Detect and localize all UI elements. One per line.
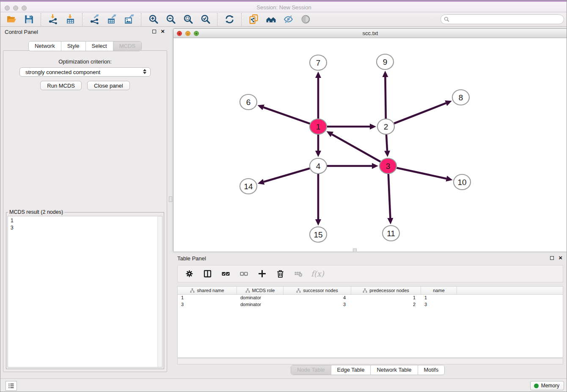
search-input[interactable] (440, 14, 564, 24)
apply-layout-button[interactable] (222, 13, 237, 26)
float-panel-icon[interactable] (152, 30, 156, 33)
graph-edge-3-1[interactable] (327, 131, 381, 162)
delete-columns-button[interactable] (275, 268, 286, 279)
graph-edge-3-10[interactable] (396, 168, 452, 181)
deselect-all-button[interactable] (238, 268, 249, 279)
column-header-shared-name[interactable]: shared name (178, 287, 237, 294)
network-window-titlebar[interactable]: × − + scc.txt (173, 29, 567, 38)
houses-icon (266, 14, 276, 25)
cell-name[interactable]: 3 (421, 301, 457, 308)
zoom-out-button[interactable] (163, 13, 178, 26)
cell-mcds-role[interactable]: dominator (237, 295, 284, 301)
graph-edge-4-3[interactable] (327, 163, 378, 169)
cell-shared-name[interactable]: 1 (178, 295, 237, 301)
create-column-button[interactable] (256, 268, 267, 279)
graph-node-4[interactable]: 4 (310, 158, 327, 174)
column-header-predecessor-nodes[interactable]: predecessor nodes (351, 287, 421, 294)
tab-network[interactable]: Network (29, 41, 61, 51)
mcds-result-text[interactable]: 1 3 (8, 216, 162, 367)
select-all-button[interactable] (220, 268, 231, 279)
network-from-selection-button[interactable] (246, 13, 261, 26)
svg-text:9: 9 (383, 58, 388, 66)
show-columns-button[interactable] (202, 268, 213, 279)
cell-predecessor-nodes[interactable]: 1 (351, 295, 421, 301)
export-table-button[interactable] (104, 13, 119, 26)
tab-edge-table[interactable]: Edge Table (331, 365, 371, 375)
graph-node-15[interactable]: 15 (310, 227, 327, 242)
column-header-successor-nodes[interactable]: successor nodes (284, 287, 351, 294)
graph-edge-2-8[interactable] (394, 100, 452, 123)
horizontal-splitter-handle[interactable] (353, 248, 357, 251)
zoom-in-button[interactable] (146, 13, 161, 26)
cell-successor-nodes[interactable]: 4 (284, 295, 351, 301)
mcds-result-box: MCDS result (2 nodes) 1 3 (6, 209, 164, 369)
save-session-button[interactable] (21, 13, 36, 26)
export-image-button[interactable] (121, 13, 137, 26)
zoom-selected-button[interactable] (198, 13, 213, 26)
tab-motifs[interactable]: Motifs (418, 365, 445, 375)
open-session-button[interactable] (4, 13, 19, 26)
show-graphics-details-button[interactable] (298, 13, 313, 26)
first-neighbors-button[interactable] (263, 13, 278, 26)
network-canvas[interactable]: 7968124314101511 (173, 38, 567, 251)
graph-edge-1-2[interactable] (327, 124, 376, 130)
show-task-history-button[interactable] (6, 381, 17, 391)
memory-button[interactable]: Memory (530, 381, 564, 390)
graph-node-9[interactable]: 9 (377, 54, 394, 69)
tab-mcds[interactable]: MCDS (113, 41, 141, 51)
graph-edge-1-7[interactable] (315, 72, 321, 119)
graph-node-3[interactable]: 3 (380, 158, 396, 174)
columns-icon (203, 269, 212, 279)
graph-node-2[interactable]: 2 (377, 119, 394, 134)
trash-icon (275, 269, 285, 279)
tab-network-table[interactable]: Network Table (370, 365, 417, 375)
cell-name[interactable]: 1 (421, 295, 457, 301)
export-network-button[interactable] (87, 13, 102, 26)
close-panel-button[interactable]: Close panel (87, 81, 130, 90)
graph-node-6[interactable]: 6 (240, 94, 257, 110)
graph-node-8[interactable]: 8 (452, 90, 469, 105)
tab-node-table[interactable]: Node Table (291, 365, 331, 375)
graph-edge-1-6[interactable] (257, 105, 310, 124)
table-tabs: Node Table Edge Table Network Table Moti… (291, 365, 445, 375)
column-header-mcds-role[interactable]: MCDS role (237, 287, 284, 294)
function-builder-button[interactable]: f(x) (311, 269, 324, 278)
graph-edge-3-11[interactable] (387, 174, 393, 224)
zoom-fit-button[interactable] (180, 13, 195, 26)
float-table-panel-icon[interactable] (550, 256, 554, 260)
close-table-panel-icon[interactable] (559, 254, 562, 262)
table-horizontal-scrollbar[interactable] (177, 358, 563, 364)
cell-mcds-role[interactable]: dominator (237, 301, 284, 308)
delete-table-button[interactable] (293, 268, 304, 279)
svg-text:8: 8 (459, 93, 463, 102)
tab-select[interactable]: Select (85, 41, 113, 51)
graph-node-7[interactable]: 7 (310, 55, 327, 70)
graph-edge-1-4[interactable] (315, 135, 321, 157)
graph-node-11[interactable]: 11 (383, 226, 399, 241)
run-mcds-button[interactable]: Run MCDS (40, 81, 82, 90)
cell-shared-name[interactable]: 3 (178, 301, 237, 308)
graph-node-14[interactable]: 14 (240, 179, 257, 194)
hide-graphics-details-button[interactable] (281, 13, 296, 26)
graph-edge-4-14[interactable] (258, 168, 310, 185)
table-row[interactable]: 3 dominator 3 2 3 (178, 301, 563, 308)
graph-edge-2-3[interactable] (384, 135, 390, 157)
close-panel-icon[interactable] (161, 28, 165, 35)
result-scrollbar[interactable] (157, 216, 162, 367)
vertical-splitter-handle[interactable] (169, 196, 172, 202)
graph-edge-4-15[interactable] (315, 174, 321, 226)
result-line: 3 (11, 224, 160, 232)
cell-predecessor-nodes[interactable]: 2 (351, 301, 421, 308)
table-options-button[interactable] (184, 268, 195, 279)
cell-successor-nodes[interactable]: 3 (284, 301, 351, 308)
table-row[interactable]: 1 dominator 4 1 1 (178, 295, 563, 301)
criterion-dropdown[interactable]: strongly connected component (19, 67, 151, 77)
graph-node-1[interactable]: 1 (310, 119, 327, 134)
graph-node-10[interactable]: 10 (454, 174, 471, 190)
graph-edge-2-9[interactable] (382, 71, 388, 119)
import-network-button[interactable] (45, 13, 61, 26)
tab-style[interactable]: Style (61, 41, 85, 51)
import-table-button[interactable] (63, 13, 78, 26)
network-graph[interactable]: 7968124314101511 (173, 38, 567, 251)
column-header-name[interactable]: name (421, 287, 457, 294)
